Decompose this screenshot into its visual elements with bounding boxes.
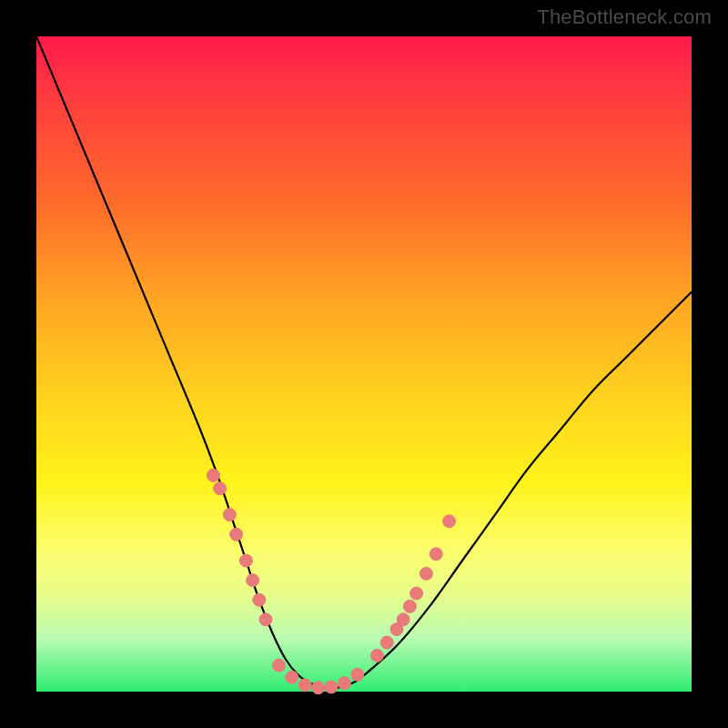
marker-dot	[420, 567, 432, 580]
marker-dot	[259, 613, 272, 626]
bottleneck-curve	[36, 36, 692, 688]
marker-dot	[272, 659, 285, 672]
marker-dot	[312, 682, 325, 694]
marker-dot	[410, 587, 423, 600]
marker-dot	[247, 574, 259, 587]
marker-dot	[214, 482, 227, 495]
marker-dot	[380, 636, 393, 649]
marker-dot	[430, 548, 442, 561]
marker-dot	[230, 528, 243, 541]
marker-cluster-left	[207, 469, 272, 625]
marker-dot	[253, 593, 266, 606]
marker-dot	[351, 668, 364, 681]
chart-stage: TheBottleneck.com	[0, 0, 728, 728]
marker-cluster-bottom	[272, 659, 363, 693]
marker-dot	[403, 600, 416, 612]
marker-dot	[443, 515, 456, 528]
marker-dot	[397, 613, 410, 626]
curve-svg	[36, 36, 692, 692]
marker-dot	[338, 677, 350, 690]
marker-dot	[286, 671, 298, 683]
watermark-text: TheBottleneck.com	[537, 5, 712, 29]
marker-dot	[325, 681, 338, 693]
marker-dot	[239, 554, 252, 567]
marker-dot	[207, 469, 219, 481]
plot-area	[36, 36, 692, 692]
marker-dot	[298, 679, 311, 692]
marker-dot	[223, 509, 236, 521]
marker-dot	[370, 649, 383, 662]
